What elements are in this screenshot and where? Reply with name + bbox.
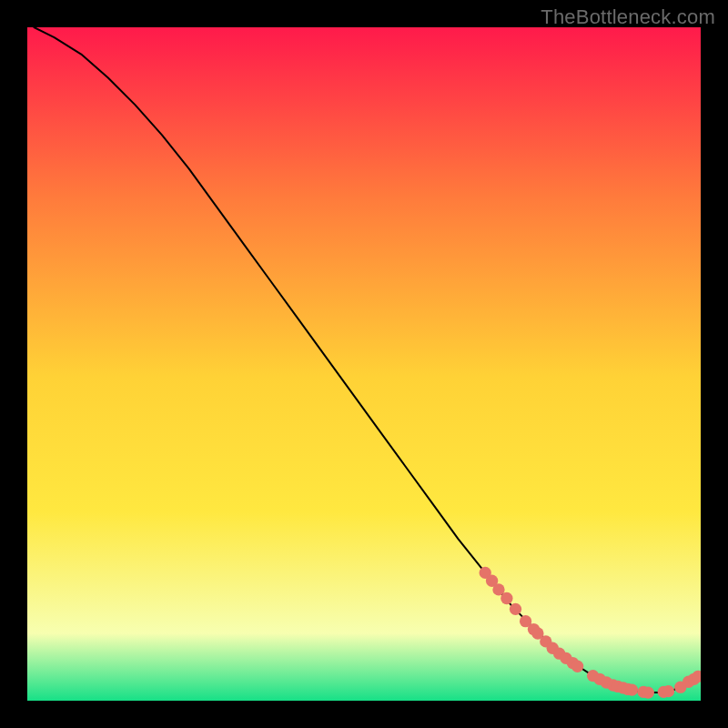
highlight-marker — [510, 603, 521, 615]
highlight-marker — [571, 661, 583, 672]
chart-background — [27, 27, 701, 701]
watermark-text: TheBottleneck.com — [541, 5, 715, 29]
highlight-marker — [626, 684, 638, 696]
chart-svg — [27, 27, 701, 701]
chart-plot — [27, 27, 701, 701]
highlight-marker — [662, 685, 674, 697]
highlight-marker — [642, 686, 654, 698]
chart-stage: TheBottleneck.com — [0, 0, 728, 728]
highlight-marker — [500, 592, 512, 604]
